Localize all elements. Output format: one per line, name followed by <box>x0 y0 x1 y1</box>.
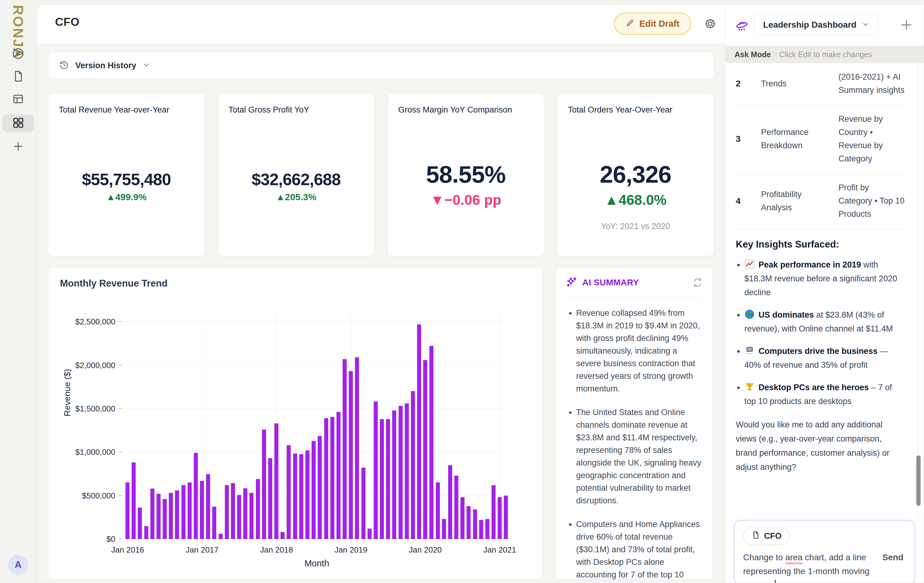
revenue-bar <box>249 493 254 539</box>
compass-icon <box>12 47 25 61</box>
x-tick-label: Jan 2018 <box>260 545 293 555</box>
dashboard-body: Version History Total Revenue Year-over-… <box>36 44 726 583</box>
chevron-down-icon <box>862 21 869 29</box>
table-row: 4 Profitability Analysis Profit by Categ… <box>736 175 904 230</box>
revenue-bar <box>268 458 272 539</box>
revenue-bar <box>212 507 216 539</box>
kpi-card-total-revenue: Total Revenue Year-over-Year $55,755,480… <box>48 93 205 256</box>
ai-summary-list: Revenue collapsed 49% from $18.3M in 201… <box>576 307 703 580</box>
dashboard-selector[interactable]: Leadership Dashboard <box>754 15 878 35</box>
kpi-title: Gross Margin YoY Comparison <box>398 105 534 115</box>
sparkle-icon <box>566 276 578 289</box>
revenue-bar <box>473 509 477 539</box>
panel-scrollbar-thumb[interactable] <box>916 455 921 506</box>
revenue-bar <box>312 441 315 539</box>
send-button[interactable]: Send <box>883 553 903 562</box>
revenue-bar <box>448 465 452 539</box>
sidebar-item-dashboards[interactable] <box>2 114 34 132</box>
revenue-bar <box>299 454 303 539</box>
page-title: CFO <box>55 16 80 29</box>
revenue-bar <box>399 406 403 539</box>
sidebar-item-documents[interactable] <box>10 69 27 85</box>
insight-item: US dominates at $23.8M (43% of revenue),… <box>744 308 904 336</box>
row-number: 2 <box>736 79 753 89</box>
assistant-panel: Leadership Dashboard Ask Mode · Click Ed… <box>725 5 924 583</box>
revenue-bar <box>225 485 229 539</box>
y-tick-label: $1,500,000 <box>75 404 116 413</box>
chat-scroll-area[interactable]: 2 Trends (2016-2021) + AI Summary insigh… <box>736 64 904 517</box>
revenue-bar <box>337 412 340 539</box>
revenue-bar <box>442 519 446 539</box>
main-surface: CFO Edit Draft Version History Total Rev… <box>36 4 924 583</box>
kpi-value: $55,755,480 <box>48 170 205 189</box>
sidebar-item-explore[interactable] <box>10 46 27 62</box>
revenue-bar <box>163 499 167 539</box>
y-tick-label: $0 <box>106 534 116 544</box>
kpi-title: Total Orders Year-Over-Year <box>568 105 703 115</box>
sidebar-item-tables[interactable] <box>10 92 27 108</box>
revenue-bar <box>504 496 508 539</box>
history-icon <box>59 60 69 71</box>
revenue-bar <box>274 423 278 539</box>
main-area: CFO Edit Draft Version History Total Rev… <box>36 5 726 583</box>
panel-scrollbar-track[interactable] <box>917 65 918 517</box>
revenue-bar <box>324 418 328 539</box>
y-tick-mark <box>119 452 122 452</box>
revenue-bar <box>454 476 458 539</box>
revenue-plot: $0$500,000$1,000,000$1,500,000$2,000,000… <box>125 313 509 539</box>
revenue-bar <box>157 494 160 539</box>
edit-draft-button[interactable]: Edit Draft <box>614 13 691 35</box>
new-chat-button[interactable] <box>900 18 913 32</box>
x-tick-label: Jan 2021 <box>483 545 516 555</box>
revenue-bar <box>169 493 173 539</box>
revenue-bar <box>138 508 142 539</box>
message-composer[interactable]: CFO Change to area chart, add a line rep… <box>734 520 915 583</box>
y-tick-label: $2,000,000 <box>75 361 116 370</box>
x-tick-mark <box>127 539 128 542</box>
row-number: 4 <box>736 196 753 206</box>
pencil-icon <box>625 18 635 30</box>
delta-up-icon: ▲ <box>106 192 116 202</box>
y-tick-mark <box>119 365 122 366</box>
composer-input[interactable]: Change to area chart, add a line represe… <box>743 550 889 583</box>
document-icon <box>751 531 760 542</box>
table-icon <box>12 92 25 107</box>
kpi-subtext: YoY: 2021 vs 2020 <box>557 222 714 231</box>
kpi-delta: ▲468.0% <box>557 191 714 208</box>
row-description: Revenue by Country • Revenue by Category <box>838 112 904 165</box>
revenue-bar <box>343 359 346 539</box>
row-label: Performance Breakdown <box>761 126 830 152</box>
kpi-card-gross-profit: Total Gross Profit YoY $32,662,688 ▲205.… <box>218 93 375 256</box>
table-row: 2 Trends (2016-2021) + AI Summary insigh… <box>736 64 904 106</box>
edit-draft-label: Edit Draft <box>640 19 680 29</box>
revenue-bar <box>188 483 191 539</box>
row-label: Profitability Analysis <box>761 188 830 214</box>
kpi-card-total-orders: Total Orders Year-Over-Year 26,326 ▲468.… <box>557 93 714 256</box>
settings-button[interactable] <box>703 17 718 32</box>
revenue-bar <box>411 391 415 539</box>
assistant-question: Would you like me to add any additional … <box>736 418 904 474</box>
revenue-bar <box>182 485 185 539</box>
revenue-bar <box>467 506 470 539</box>
version-history-label: Version History <box>75 61 136 71</box>
kpi-value: $32,662,688 <box>218 170 375 189</box>
revenue-bar <box>492 485 495 539</box>
version-history-toggle[interactable]: Version History <box>48 52 714 79</box>
insights-heading: Key Insights Surfaced: <box>736 239 904 250</box>
refresh-button[interactable] <box>692 277 703 288</box>
delta-up-icon: ▲ <box>604 192 619 208</box>
revenue-bar <box>392 410 396 539</box>
sidebar-item-add[interactable] <box>10 139 27 155</box>
revenue-bar <box>460 497 464 539</box>
revenue-bar <box>280 532 284 539</box>
revenue-bar <box>206 474 210 539</box>
revenue-bar <box>423 360 427 539</box>
context-chip-label: CFO <box>764 531 782 541</box>
spellcheck-marked-word: area <box>785 553 802 564</box>
context-chip-cfo[interactable]: CFO <box>743 527 790 545</box>
revenue-bar <box>386 419 390 539</box>
revenue-bar <box>349 371 353 539</box>
revenue-bar <box>144 526 148 539</box>
user-avatar[interactable]: A <box>8 555 28 575</box>
kpi-value: 58.55% <box>388 160 544 188</box>
